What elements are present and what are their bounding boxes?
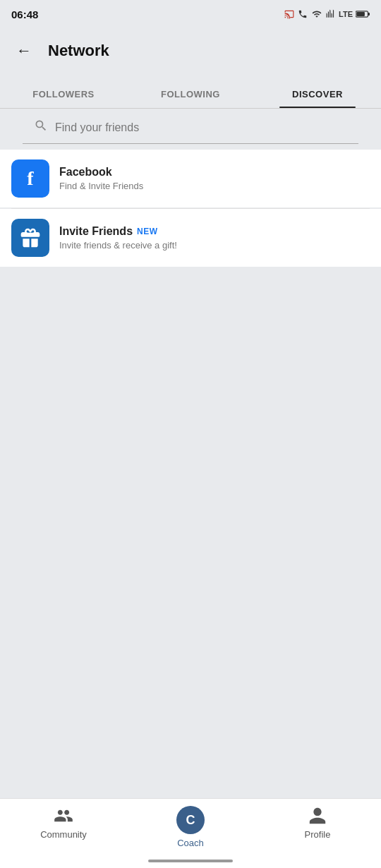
search-bar [23,109,358,144]
tab-discover[interactable]: DISCOVER [254,89,381,108]
facebook-item-text: Facebook Find & Invite Friends [59,166,143,191]
community-label: Community [40,829,87,840]
status-bar: 06:48 LTE [0,0,381,28]
facebook-subtitle: Find & Invite Friends [59,181,143,191]
back-arrow-icon: ← [16,42,32,60]
bottom-indicator [148,860,233,862]
coach-label: Coach [177,838,204,848]
new-badge: NEW [137,227,158,236]
content-area: f Facebook Find & Invite Friends Invite … [0,144,381,267]
nav-community[interactable]: Community [0,806,127,840]
community-icon [54,806,73,826]
profile-icon [308,806,327,826]
svg-rect-1 [356,12,365,16]
facebook-icon: f [11,159,49,198]
search-icon [34,119,48,136]
nav-coach[interactable]: C Coach [127,806,254,848]
invite-friends-item[interactable]: Invite Friends NEW Invite friends & rece… [0,209,381,267]
status-icons: LTE [284,9,370,19]
cast-icon [284,9,295,19]
tab-followers[interactable]: FOLLOWERS [0,89,127,108]
search-container [0,109,381,144]
invite-icon [11,219,49,257]
nav-profile[interactable]: Profile [254,806,381,840]
page-title: Network [48,42,109,60]
wifi-icon [310,9,323,19]
lte-label: LTE [339,10,353,18]
status-time: 06:48 [11,8,38,20]
invite-item-text: Invite Friends NEW Invite friends & rece… [59,225,177,251]
signal-icon [326,9,336,19]
search-input[interactable] [55,121,347,134]
coach-icon: C [176,806,205,834]
invite-subtitle: Invite friends & receive a gift! [59,240,177,251]
profile-label: Profile [305,829,331,840]
svg-rect-2 [368,13,370,16]
battery-icon [356,10,370,18]
back-button[interactable]: ← [11,38,37,64]
facebook-title: Facebook [59,166,112,179]
tab-following[interactable]: FOLLOWING [127,89,254,108]
facebook-item[interactable]: f Facebook Find & Invite Friends [0,150,381,207]
tabs: FOLLOWERS FOLLOWING DISCOVER [0,73,381,109]
gift-icon [19,227,42,249]
header: ← Network [0,28,381,73]
phone-icon [298,9,308,19]
bottom-nav: Community C Coach Profile [0,798,381,868]
invite-title: Invite Friends [59,225,133,238]
